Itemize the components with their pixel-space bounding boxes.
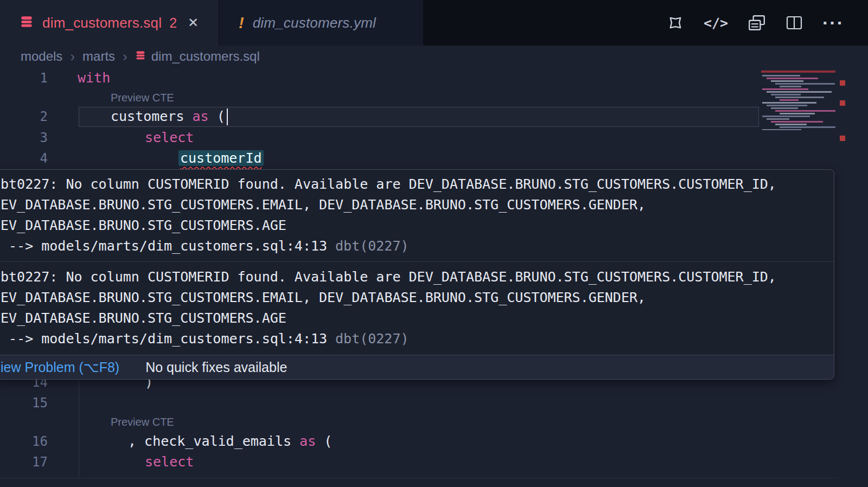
quick-fix-hint: No quick fixes available bbox=[145, 357, 287, 377]
problem-location: --> models/marts/dim_customers.sql:4:13 bbox=[1, 331, 327, 347]
close-icon[interactable]: ✕ bbox=[188, 15, 199, 30]
database-icon bbox=[135, 49, 146, 64]
breadcrumb-item-models[interactable]: models bbox=[21, 49, 62, 64]
breadcrumb-item-file[interactable]: dim_customers.sql bbox=[135, 49, 260, 64]
code-line-3[interactable]: 3 select bbox=[0, 127, 868, 148]
codelens-preview-cte[interactable]: Preview CTE bbox=[111, 414, 174, 430]
breadcrumb-item-marts[interactable]: marts bbox=[82, 49, 115, 64]
line-number: 15 bbox=[0, 393, 48, 413]
dbt-logo-icon[interactable] bbox=[667, 14, 684, 31]
minimap-error-line bbox=[761, 71, 835, 73]
code-line-2[interactable]: 2 customers as ( bbox=[0, 106, 868, 127]
tab-dim-customers-yml[interactable]: ! dim_customers.yml bbox=[219, 0, 423, 46]
popup-footer: iew Problem (⌥F8) No quick fixes availab… bbox=[0, 355, 834, 379]
overview-ruler[interactable] bbox=[838, 67, 847, 487]
tab-filename: dim_customers.sql bbox=[42, 15, 162, 31]
problem-source: dbt(0227) bbox=[335, 238, 409, 254]
line-number: 3 bbox=[0, 127, 48, 148]
problem-source: dbt(0227) bbox=[335, 331, 409, 347]
split-editor-icon[interactable] bbox=[786, 15, 803, 31]
error-mark bbox=[840, 80, 845, 86]
code-icon[interactable]: </> bbox=[704, 15, 728, 31]
chevron-right-icon: › bbox=[70, 48, 75, 65]
problem-message: bt0227: No column CUSTOMERID found. Avai… bbox=[1, 261, 834, 349]
tab-bar: dim_customers.sql 2 ✕ ! dim_customers.ym… bbox=[0, 0, 868, 46]
problem-count-badge: 2 bbox=[169, 15, 177, 31]
problem-hover-popup: bt0227: No column CUSTOMERID found. Avai… bbox=[0, 169, 834, 380]
line-number: 17 bbox=[0, 452, 48, 472]
warning-icon: ! bbox=[239, 14, 244, 32]
problem-message: bt0227: No column CUSTOMERID found. Avai… bbox=[1, 174, 834, 257]
code-line-15[interactable]: 15 bbox=[0, 393, 868, 413]
more-actions-icon[interactable]: ··· bbox=[822, 12, 844, 34]
line-number: 1 bbox=[0, 68, 48, 88]
code-line-17[interactable]: 17 select bbox=[0, 452, 868, 472]
tab-dim-customers-sql[interactable]: dim_customers.sql 2 ✕ bbox=[0, 0, 219, 46]
minimap[interactable] bbox=[761, 69, 835, 130]
codelens-preview-cte[interactable]: Preview CTE bbox=[111, 89, 174, 106]
error-token-customerid[interactable]: customerId bbox=[178, 150, 264, 166]
editor-actions: </> ··· bbox=[667, 0, 868, 46]
view-problem-link[interactable]: iew Problem (⌥F8) bbox=[1, 357, 119, 377]
line-number: 4 bbox=[0, 148, 48, 169]
line-number: 2 bbox=[0, 106, 48, 127]
database-icon bbox=[20, 15, 34, 31]
chevron-right-icon: › bbox=[123, 48, 127, 65]
divider bbox=[0, 478, 838, 478]
error-mark bbox=[840, 136, 845, 141]
compiled-copy-icon[interactable] bbox=[748, 14, 766, 31]
tab-filename: dim_customers.yml bbox=[253, 15, 376, 31]
code-editor[interactable]: 1 with Preview CTE 2 customers as ( 3 se… bbox=[0, 67, 868, 487]
breadcrumb: models › marts › dim_customers.sql bbox=[0, 46, 868, 67]
problem-location: --> models/marts/dim_customers.sql:4:13 bbox=[1, 238, 327, 254]
error-mark bbox=[840, 100, 845, 106]
minimap-content bbox=[762, 74, 835, 130]
code-line-16[interactable]: 16 , check_valid_emails as ( bbox=[0, 431, 868, 452]
code-line-1[interactable]: 1 with bbox=[0, 68, 868, 88]
line-number: 16 bbox=[0, 431, 48, 452]
code-line-4[interactable]: 4 customerId bbox=[0, 148, 868, 169]
